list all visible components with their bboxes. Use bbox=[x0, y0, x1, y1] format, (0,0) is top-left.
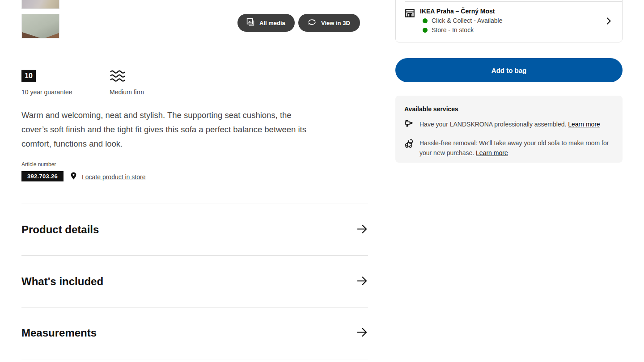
add-to-bag-button[interactable]: Add to bag bbox=[395, 58, 623, 82]
view-in-3d-button[interactable]: View in 3D bbox=[298, 14, 360, 32]
section-measurements[interactable]: Measurements bbox=[21, 321, 368, 345]
available-services-title: Available services bbox=[404, 105, 612, 113]
removal-truck-icon bbox=[404, 142, 415, 150]
product-description: Warm and welcoming, neat and stylish. Th… bbox=[21, 108, 308, 151]
divider bbox=[21, 307, 368, 307]
locate-product-link-row[interactable]: Locate product in store bbox=[69, 172, 145, 182]
section-whats-included[interactable]: What's included bbox=[21, 269, 368, 294]
store-name: IKEA Praha – Černý Most bbox=[420, 8, 606, 15]
store-availability-row[interactable]: IKEA Praha – Černý Most Click & Collect … bbox=[396, 2, 622, 42]
location-pin-icon bbox=[69, 172, 78, 182]
chevron-right-icon bbox=[606, 17, 611, 27]
green-status-dot bbox=[423, 28, 428, 33]
all-media-button[interactable]: All media bbox=[237, 14, 295, 32]
section-title: Measurements bbox=[21, 327, 97, 339]
removal-service-text: Hassle-free removal: We'll take away you… bbox=[419, 139, 609, 156]
guarantee-10-badge: 10 bbox=[21, 70, 36, 82]
section-title: Product details bbox=[21, 223, 99, 236]
firmness-wavy-lines-icon bbox=[110, 70, 125, 85]
firmness-label: Medium firm bbox=[110, 88, 144, 96]
product-page: All media View in 3D 10 10 year guarante… bbox=[0, 0, 644, 362]
locate-product-link[interactable]: Locate product in store bbox=[82, 173, 145, 181]
view-in-3d-label: View in 3D bbox=[321, 20, 350, 26]
available-services-box: Available services Have your LANDSKRONA … bbox=[395, 96, 623, 163]
gallery-thumbnail-sofa-arm[interactable] bbox=[21, 14, 59, 38]
divider bbox=[21, 255, 368, 256]
guarantee-label: 10 year guarantee bbox=[21, 88, 72, 96]
section-title: What's included bbox=[21, 275, 103, 288]
removal-service-row: Hassle-free removal: We'll take away you… bbox=[404, 138, 612, 158]
article-number-label: Article number bbox=[21, 161, 56, 168]
arrow-right-icon bbox=[356, 223, 368, 236]
store-building-icon bbox=[405, 12, 415, 20]
removal-learn-more-link[interactable]: Learn more bbox=[476, 149, 508, 156]
gallery-icon bbox=[246, 18, 255, 28]
store-stock-status: Store - In stock bbox=[423, 26, 606, 34]
gallery-thumbnail-fabric[interactable] bbox=[21, 0, 59, 9]
drill-icon bbox=[404, 122, 413, 130]
click-collect-status: Click & Collect - Available bbox=[423, 17, 606, 24]
arrow-right-icon bbox=[356, 326, 368, 340]
assembly-learn-more-link[interactable]: Learn more bbox=[568, 121, 600, 128]
section-product-details[interactable]: Product details bbox=[21, 218, 368, 242]
divider bbox=[21, 359, 368, 359]
divider bbox=[21, 203, 368, 203]
green-status-dot bbox=[423, 18, 428, 23]
assembly-service-row: Have your LANDSKRONA professionally asse… bbox=[404, 119, 612, 130]
arrow-right-icon bbox=[356, 275, 368, 288]
store-availability-card: IKEA Praha – Černý Most Click & Collect … bbox=[395, 0, 623, 42]
all-media-label: All media bbox=[259, 20, 285, 26]
article-number-badge: 392.703.26 bbox=[21, 171, 64, 181]
assembly-service-text: Have your LANDSKRONA professionally asse… bbox=[419, 121, 566, 128]
rotate-3d-icon bbox=[307, 19, 317, 27]
